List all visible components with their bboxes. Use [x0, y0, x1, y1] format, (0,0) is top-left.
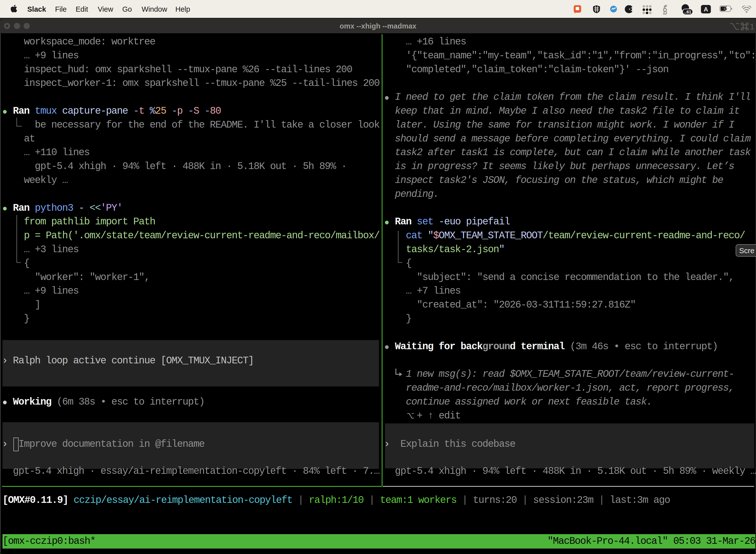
svg-text:1: 1 [750, 22, 754, 31]
svg-text:..61: ..61 [684, 10, 691, 14]
